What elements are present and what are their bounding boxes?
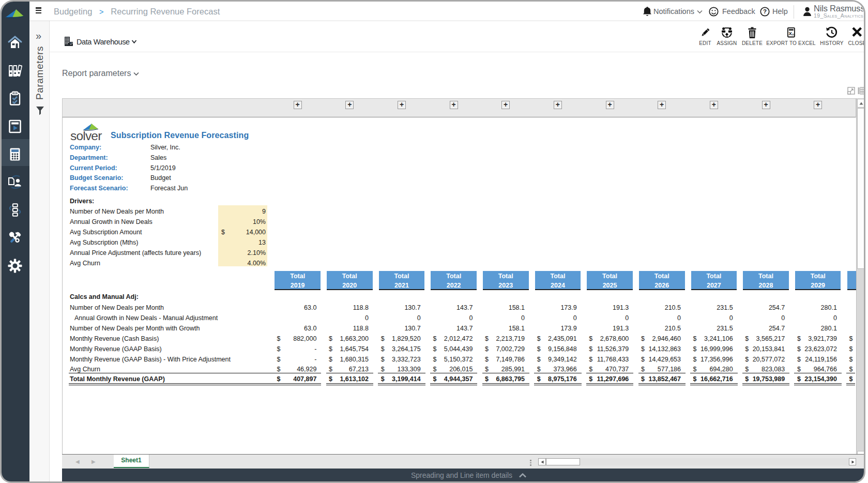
- svg-text:X: X: [788, 31, 792, 36]
- svg-text:?: ?: [763, 8, 767, 14]
